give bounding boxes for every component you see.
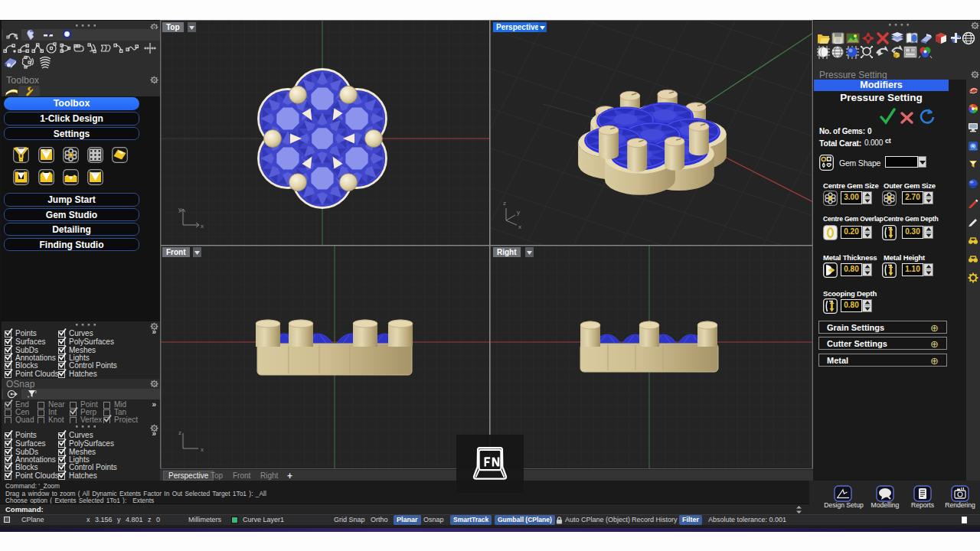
svg-text:x: x xyxy=(518,223,521,230)
svg-text:z: z xyxy=(503,200,506,207)
svg-text:x: x xyxy=(201,446,204,453)
svg-text:y: y xyxy=(517,209,520,216)
svg-text:y: y xyxy=(178,206,181,213)
svg-text:z: z xyxy=(178,429,181,436)
svg-text:x: x xyxy=(201,223,204,230)
